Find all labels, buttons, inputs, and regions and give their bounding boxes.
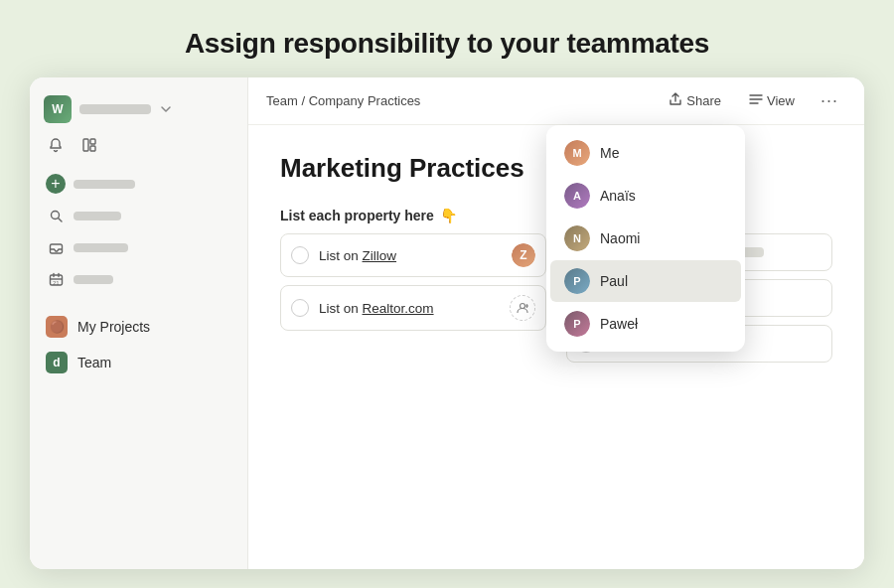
share-icon — [669, 92, 682, 109]
svg-rect-0 — [83, 139, 88, 151]
dropdown-item-naomi[interactable]: N Naomi — [550, 218, 741, 259]
nav-inbox-label — [74, 243, 128, 252]
workspace-header[interactable]: W — [30, 89, 247, 133]
svg-line-4 — [58, 218, 62, 221]
dropdown-name-pawel: Paweł — [600, 316, 638, 332]
dropdown-name-naomi: Naomi — [600, 230, 640, 246]
zillow-link[interactable]: Zillow — [363, 248, 397, 263]
topbar: Team / Company Practices Share — [248, 77, 864, 125]
sidebar-nav-add[interactable]: + — [38, 169, 239, 199]
column-properties: List each property here 👇 List on Zillow… — [280, 208, 546, 370]
view-button[interactable]: View — [739, 88, 805, 113]
dropdown-avatar-paul: P — [564, 268, 590, 294]
dropdown-item-me[interactable]: M Me — [550, 132, 741, 174]
workspace-name — [79, 104, 151, 114]
layout-icon[interactable] — [77, 133, 101, 157]
dropdown-name-anais: Anaïs — [600, 188, 636, 204]
inbox-icon — [46, 237, 66, 257]
dropdown-avatar-me: M — [564, 140, 590, 166]
page-main-title: Assign responsibility to your teammates — [185, 0, 709, 77]
column-properties-emoji: 👇 — [440, 208, 457, 223]
task-row-zillow: List on Zillow Z — [280, 233, 546, 277]
my-projects-icon: 🟤 — [46, 316, 68, 338]
my-projects-label: My Projects — [77, 319, 150, 335]
workspace-avatar: W — [44, 95, 72, 123]
sidebar-item-my-projects[interactable]: 🟤 My Projects — [38, 310, 239, 344]
sidebar-item-team[interactable]: d Team — [38, 346, 239, 379]
dropdown-name-paul: Paul — [600, 273, 628, 289]
task-label-zillow: List on Zillow — [319, 248, 502, 263]
share-label: Share — [686, 93, 721, 108]
breadcrumb-separator: / — [301, 93, 308, 108]
sidebar-nav-inbox[interactable] — [38, 232, 239, 262]
sidebar-sections: 🟤 My Projects d Team — [30, 302, 247, 383]
breadcrumb-part1: Team — [266, 93, 298, 108]
zillow-assignee-avatar: Z — [512, 243, 535, 267]
breadcrumb: Team / Company Practices — [266, 93, 651, 108]
nav-calendar-label — [74, 275, 113, 284]
task-row-realtor: List on Realtor.com — [280, 285, 546, 331]
nav-search-label — [74, 212, 121, 220]
search-icon — [46, 206, 66, 225]
sidebar-top-icons — [30, 133, 247, 169]
team-icon: d — [46, 352, 68, 373]
svg-rect-2 — [90, 146, 95, 151]
realtor-link[interactable]: Realtor.com — [363, 301, 434, 316]
svg-point-14 — [521, 304, 525, 309]
view-icon — [749, 92, 763, 109]
add-icon: + — [46, 174, 66, 194]
dropdown-avatar-anais: A — [564, 183, 590, 209]
topbar-actions: Share View ··· — [659, 86, 846, 115]
breadcrumb-part2: Company Practices — [309, 93, 421, 108]
app-window: W — [30, 77, 864, 569]
calendar-icon: 21 — [46, 269, 66, 289]
column-properties-header: List each property here 👇 — [280, 208, 546, 223]
svg-text:21: 21 — [53, 279, 60, 285]
share-button[interactable]: Share — [659, 88, 731, 113]
svg-rect-1 — [90, 139, 95, 144]
dropdown-item-pawel[interactable]: P Paweł — [550, 303, 741, 345]
task-checkbox-zillow[interactable] — [291, 246, 309, 264]
chevron-down-icon — [159, 102, 173, 116]
sidebar: W — [30, 77, 248, 569]
dropdown-avatar-pawel: P — [564, 311, 590, 337]
bell-icon[interactable] — [44, 133, 68, 157]
view-label: View — [767, 93, 795, 108]
team-label: Team — [77, 355, 111, 370]
dropdown-name-me: Me — [600, 145, 619, 161]
main-content: Team / Company Practices Share — [248, 77, 864, 569]
dropdown-item-paul[interactable]: P Paul — [550, 260, 741, 302]
column-properties-label: List each property here — [280, 208, 434, 223]
nav-add-label — [74, 180, 135, 189]
sidebar-nav-calendar[interactable]: 21 — [38, 264, 239, 294]
more-button[interactable]: ··· — [813, 86, 846, 115]
task-label-realtor: List on Realtor.com — [319, 301, 500, 316]
task-checkbox-realtor[interactable] — [291, 299, 309, 317]
sidebar-nav-search[interactable] — [38, 201, 239, 230]
assignee-dropdown: M Me A Anaïs N — [546, 125, 745, 352]
sidebar-nav: + — [30, 169, 247, 294]
dropdown-avatar-naomi: N — [564, 225, 590, 251]
dropdown-item-anais[interactable]: A Anaïs — [550, 175, 741, 217]
assign-button[interactable] — [510, 295, 535, 321]
